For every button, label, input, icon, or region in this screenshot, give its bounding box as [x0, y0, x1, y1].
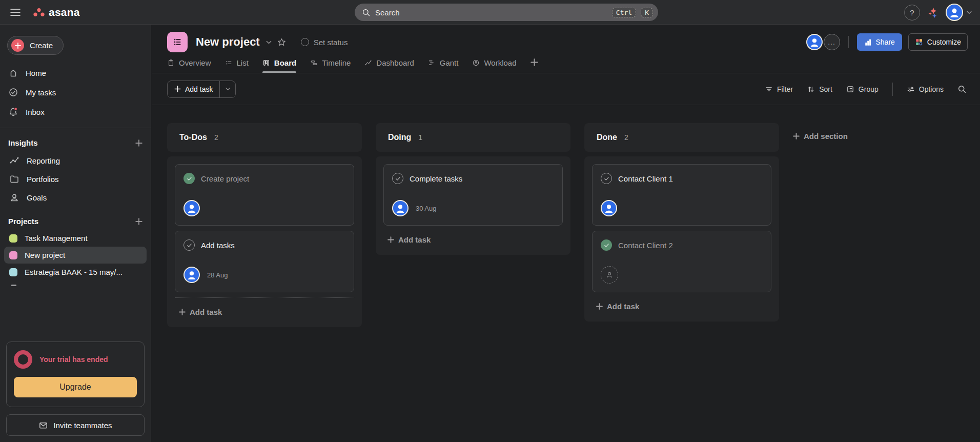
sidebar-project-estrategia[interactable]: Estrategia BAAK - 15 may/...	[0, 264, 151, 280]
sidebar-item-reporting[interactable]: Reporting	[0, 151, 151, 170]
sidebar-project-task-management[interactable]: Task Management	[0, 230, 151, 247]
add-task-button[interactable]: Add task	[168, 81, 220, 97]
plus-icon	[387, 236, 394, 243]
add-insight-button[interactable]	[135, 139, 142, 147]
add-section-button[interactable]: Add section	[793, 132, 848, 140]
add-task-in-column-button[interactable]: Add task	[383, 231, 563, 250]
filter-button[interactable]: Filter	[765, 85, 793, 93]
asana-logo-icon	[33, 8, 45, 17]
assignee-avatar[interactable]	[601, 200, 617, 216]
sidebar-item-home[interactable]: Home	[0, 63, 151, 83]
tab-dashboard[interactable]: Dashboard	[364, 58, 414, 73]
group-button[interactable]: Group	[846, 85, 879, 93]
user-avatar[interactable]	[946, 4, 963, 21]
task-card[interactable]: Create project	[175, 164, 354, 226]
sparkles-ai-icon[interactable]	[927, 7, 938, 18]
set-status-label: Set status	[314, 38, 348, 47]
project-icon[interactable]	[167, 32, 188, 52]
help-button[interactable]: ?	[904, 5, 920, 21]
asana-logo[interactable]: asana	[33, 6, 80, 18]
assignee-avatar[interactable]	[392, 200, 409, 216]
insights-section-header[interactable]: Insights	[0, 134, 151, 151]
invite-teammates-button[interactable]: Invite teammates	[6, 414, 145, 436]
sidebar-project-new-project[interactable]: New project	[4, 247, 147, 264]
assignee-avatar[interactable]	[183, 200, 200, 216]
options-label: Options	[919, 85, 944, 93]
task-card[interactable]: Add tasks 28 Aug	[175, 231, 354, 292]
main-content: New project Set status ... Share	[152, 25, 980, 442]
add-view-button[interactable]	[530, 58, 538, 73]
assignee-avatar[interactable]	[183, 267, 200, 283]
share-button[interactable]: Share	[857, 33, 902, 51]
add-task-in-column-button[interactable]: Add task	[175, 303, 354, 322]
task-card[interactable]: Contact Client 2	[592, 231, 771, 292]
column-header[interactable]: To-Dos 2	[167, 123, 362, 152]
favorite-star-icon[interactable]	[277, 37, 287, 47]
add-task-menu-chevron[interactable]	[220, 81, 235, 97]
sidebar-item-inbox[interactable]: Inbox	[0, 102, 151, 122]
portfolios-label: Portfolios	[27, 175, 59, 184]
search-input[interactable]	[375, 8, 607, 17]
options-button[interactable]: Options	[907, 85, 944, 93]
board-search-icon[interactable]	[957, 85, 967, 94]
task-card[interactable]: Contact Client 1	[592, 164, 771, 226]
sort-label: Sort	[819, 85, 832, 93]
sidebar-item-goals[interactable]: Goals	[0, 188, 151, 207]
tab-label: Workload	[484, 58, 516, 67]
create-button[interactable]: Create	[7, 36, 64, 55]
more-members-button[interactable]: ...	[824, 34, 840, 50]
add-section-label: Add section	[804, 132, 848, 140]
task-title: Complete tasks	[410, 174, 462, 183]
tab-label: Gantt	[440, 58, 459, 67]
customize-button[interactable]: Customize	[908, 33, 968, 51]
project-menu-chevron-icon[interactable]	[265, 38, 273, 46]
sidebar-item-portfolios[interactable]: Portfolios	[0, 170, 151, 188]
task-card[interactable]: Complete tasks 30 Aug	[383, 164, 563, 226]
divider	[892, 83, 893, 96]
invite-label: Invite teammates	[53, 421, 112, 430]
unassigned-avatar-placeholder-icon[interactable]	[601, 266, 618, 284]
projects-section-header[interactable]: Projects	[0, 213, 151, 230]
add-project-button[interactable]	[135, 218, 142, 225]
group-icon	[846, 85, 854, 93]
task-completed-check-icon[interactable]	[601, 239, 612, 251]
task-title: Contact Client 1	[618, 174, 673, 183]
filter-icon	[765, 85, 773, 93]
tab-timeline[interactable]: Timeline	[310, 58, 351, 73]
tab-gantt[interactable]: Gantt	[428, 58, 459, 73]
goals-label: Goals	[27, 193, 47, 202]
project-label: Task Management	[25, 234, 88, 243]
ctrl-key-badge: Ctrl	[612, 8, 636, 17]
tab-board[interactable]: Board	[262, 58, 296, 73]
workload-icon	[472, 59, 480, 67]
add-task-in-column-button[interactable]: Add task	[592, 297, 771, 316]
upgrade-button[interactable]: Upgrade	[14, 377, 137, 397]
sidebar-item-my-tasks[interactable]: My tasks	[0, 83, 151, 102]
trial-message: Your trial has ended	[39, 355, 108, 364]
task-completed-check-icon[interactable]	[183, 173, 195, 184]
task-check-icon[interactable]	[601, 173, 612, 184]
column-doing: Doing 1 Complete tasks 30 Aug	[376, 123, 570, 255]
goals-icon	[9, 192, 19, 203]
kanban-board: To-Dos 2 Create project	[152, 105, 980, 327]
add-task-label: Add task	[185, 85, 213, 93]
tab-label: List	[237, 58, 249, 67]
column-header[interactable]: Doing 1	[376, 123, 570, 152]
tab-list[interactable]: List	[225, 58, 249, 73]
user-menu[interactable]	[946, 4, 973, 21]
hamburger-menu-icon[interactable]	[7, 5, 24, 19]
set-status-button[interactable]: Set status	[301, 38, 348, 47]
column-header[interactable]: Done 2	[584, 123, 779, 152]
tab-overview[interactable]: Overview	[167, 58, 211, 73]
sort-button[interactable]: Sort	[807, 85, 832, 93]
filter-label: Filter	[777, 85, 793, 93]
search-bar[interactable]: Ctrl K	[355, 4, 658, 21]
member-avatar[interactable]	[806, 34, 823, 50]
task-check-icon[interactable]	[392, 173, 403, 184]
divider	[848, 36, 849, 48]
task-check-icon[interactable]	[183, 239, 195, 251]
tab-workload[interactable]: Workload	[472, 58, 516, 73]
reporting-icon	[9, 155, 19, 166]
due-date: 28 Aug	[207, 271, 228, 279]
timeline-icon	[310, 59, 318, 67]
